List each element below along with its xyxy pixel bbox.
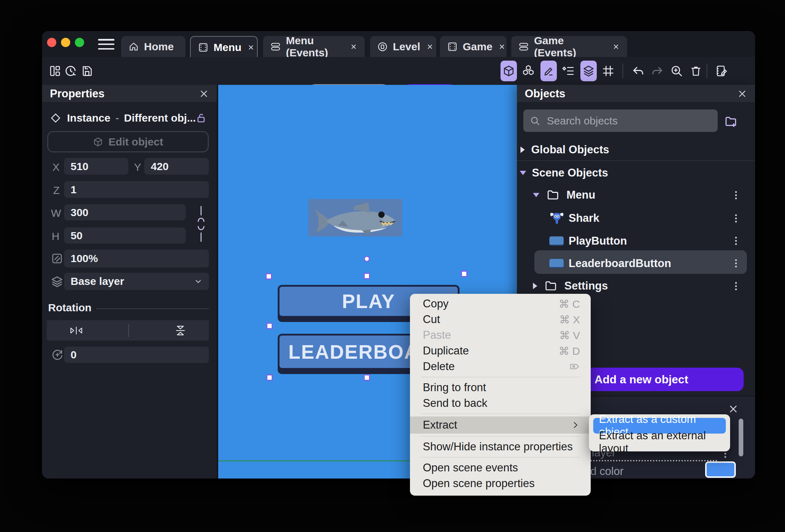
menu-item-bring-to-front[interactable]: Bring to front (410, 380, 591, 395)
selection-handle[interactable] (266, 323, 273, 329)
row-menu-kebab-icon[interactable] (724, 453, 726, 455)
tree-folder-menu[interactable]: Menu (533, 187, 595, 203)
menu-item-delete[interactable]: Delete (410, 359, 591, 374)
close-tab-icon[interactable] (612, 43, 620, 51)
grid-icon[interactable] (600, 63, 616, 79)
menu-item-send-to-back[interactable]: Send to back (410, 395, 591, 411)
add-folder-icon[interactable] (724, 114, 738, 129)
collapsed-arrow-icon[interactable] (520, 147, 525, 153)
rotate-selection-handle[interactable] (364, 256, 370, 262)
selection-handle[interactable] (364, 374, 370, 381)
close-panel-icon[interactable] (737, 89, 747, 99)
flip-horizontal-icon[interactable] (69, 325, 83, 336)
tab-menu[interactable]: Menu (190, 36, 258, 58)
x-input[interactable] (64, 158, 128, 175)
zoom-in-icon[interactable] (669, 63, 684, 79)
expanded-arrow-icon[interactable] (533, 193, 539, 197)
traffic-light-zoom[interactable] (75, 38, 84, 47)
history-icon[interactable] (63, 63, 78, 79)
scrollbar-thumb[interactable] (739, 419, 743, 456)
section-divider (96, 308, 209, 309)
panels-layout-icon[interactable] (47, 63, 63, 79)
menu-item-copy[interactable]: Copy⌘ C (410, 296, 591, 312)
y-label: Y (134, 161, 141, 173)
global-objects-section[interactable]: Global Objects (520, 142, 609, 158)
tab-game-events[interactable]: Game (Events) (511, 36, 627, 57)
expanded-arrow-icon[interactable] (520, 171, 526, 175)
traffic-light-close[interactable] (47, 38, 56, 47)
search-objects-box[interactable] (523, 109, 718, 132)
rotation-input[interactable] (64, 347, 209, 363)
opacity-input[interactable] (64, 250, 209, 267)
layers-icon[interactable] (580, 61, 597, 81)
row-menu-kebab-icon[interactable] (735, 218, 737, 219)
tab-menu-events[interactable]: Menu (Events) (263, 36, 365, 57)
toolbar: Preview Share (42, 57, 755, 85)
tab-home[interactable]: Home (121, 36, 185, 57)
flip-vertical-icon[interactable] (174, 324, 186, 337)
tab-label: Home (144, 41, 174, 53)
instance-properties-icon[interactable] (560, 63, 576, 79)
submenu-arrow-icon (571, 420, 580, 430)
tree-item-playbutton[interactable]: PlayButton (549, 233, 627, 249)
tab-level[interactable]: Level (370, 36, 436, 57)
menu-item-extract[interactable]: Extract (410, 416, 591, 434)
color-swatch[interactable] (705, 461, 736, 478)
menu-item-show-hide-instance-properties[interactable]: Show/Hide instance properties (410, 439, 591, 455)
view-cube-icon[interactable] (501, 61, 517, 81)
h-input[interactable] (64, 227, 186, 244)
close-panel-icon[interactable] (199, 89, 209, 99)
traffic-light-minimize[interactable] (61, 38, 70, 47)
y-input[interactable] (144, 158, 209, 175)
row-menu-kebab-icon[interactable] (735, 240, 737, 242)
close-tab-icon[interactable] (426, 43, 434, 51)
menu-item-open-scene-properties[interactable]: Open scene properties (410, 476, 591, 491)
collapsed-arrow-icon[interactable] (533, 283, 537, 289)
menu-item-cut[interactable]: Cut⌘ X (410, 312, 591, 327)
level-icon (377, 41, 388, 52)
close-tab-icon[interactable] (350, 43, 358, 51)
link-dimensions-icon[interactable] (193, 204, 209, 244)
redo-icon[interactable] (650, 63, 665, 79)
z-input[interactable] (64, 181, 209, 198)
selection-handle[interactable] (364, 273, 370, 279)
shark-sprite[interactable] (308, 199, 402, 236)
objects-title: Objects (525, 87, 565, 100)
tree-folder-settings[interactable]: Settings (533, 278, 608, 294)
selection-handle[interactable] (461, 271, 467, 277)
trash-icon[interactable] (688, 63, 704, 79)
edit-pencil-icon[interactable] (540, 61, 557, 81)
row-menu-kebab-icon[interactable] (735, 262, 737, 264)
edit-object-button[interactable]: Edit object (47, 131, 209, 152)
submenu-item-extract-external-layout[interactable]: Extract as an external layout (593, 434, 726, 450)
button-object-icon (549, 259, 564, 268)
objects-groups-icon[interactable] (520, 63, 536, 79)
scene-objects-section[interactable]: Scene Objects (520, 165, 608, 181)
lock-open-icon[interactable] (195, 112, 207, 124)
close-tab-icon[interactable] (247, 44, 255, 51)
undo-icon[interactable] (630, 63, 646, 79)
scene-properties-icon[interactable] (714, 63, 729, 79)
tree-item-leaderboardbutton[interactable]: LeaderboardButton (549, 255, 671, 272)
tree-item-shark[interactable]: Shark (549, 210, 599, 226)
cube-2d-icon (93, 137, 103, 147)
close-panel-icon[interactable] (728, 404, 739, 414)
selection-handle[interactable] (266, 374, 273, 381)
selection-handle[interactable] (266, 273, 272, 280)
menu-item-open-scene-events[interactable]: Open scene events (410, 460, 591, 476)
row-menu-kebab-icon[interactable] (735, 285, 737, 287)
hamburger-menu-icon[interactable] (98, 39, 114, 50)
editor-window: Home Menu Menu (Events) Level Game Game … (42, 31, 755, 479)
layer-select[interactable]: Base layer (64, 273, 209, 290)
object-label: LeaderboardButton (569, 257, 671, 270)
scene-icon (447, 41, 458, 52)
search-objects-input[interactable] (546, 114, 711, 127)
tab-game[interactable]: Game (440, 36, 507, 57)
menu-item-duplicate[interactable]: Duplicate⌘ D (410, 343, 591, 359)
row-menu-kebab-icon[interactable] (735, 194, 737, 196)
properties-panel-header: Properties (42, 85, 217, 103)
rotate-angle-icon (51, 348, 64, 362)
w-input[interactable] (64, 204, 186, 220)
save-icon[interactable] (79, 63, 95, 79)
close-tab-icon[interactable] (498, 43, 506, 51)
